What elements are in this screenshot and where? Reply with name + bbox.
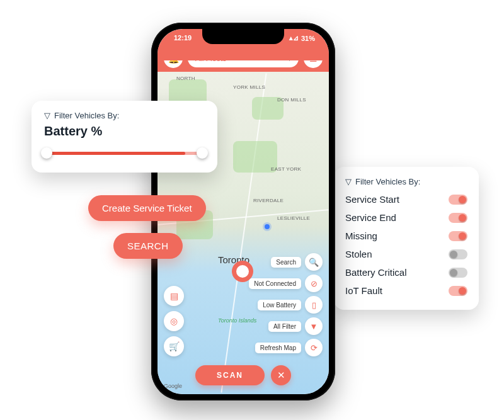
- toggle-row-service-start: Service Start: [345, 190, 467, 208]
- toggle-switch-missing[interactable]: [449, 231, 467, 241]
- map-area-label: EAST YORK: [271, 166, 301, 172]
- all-filter-fab[interactable]: ▼: [305, 317, 323, 335]
- map-area-label: YORK MILLS: [233, 84, 265, 90]
- create-service-ticket-button[interactable]: Create Service Ticket: [88, 195, 206, 221]
- bike-icon: [238, 266, 248, 276]
- filter-heading: ▽ Filter Vehicles By:: [345, 177, 467, 186]
- left-fab-column: ▤ ◎ 🛒: [164, 286, 184, 356]
- funnel-icon: ▼: [310, 322, 318, 331]
- filter-heading-text: Filter Vehicles By:: [355, 177, 420, 186]
- toggle-row-iot-fault: IoT Fault: [345, 281, 467, 300]
- all-filter-chip[interactable]: All Filter: [268, 321, 301, 332]
- layers-button[interactable]: ▤: [164, 286, 184, 306]
- low-battery-chip[interactable]: Low Battery: [258, 300, 301, 310]
- slider-thumb-min[interactable]: [41, 147, 52, 159]
- scan-button[interactable]: SCAN: [195, 365, 265, 385]
- toggle-row-stolen: Stolen: [345, 245, 467, 263]
- battery-slider[interactable]: [44, 147, 205, 159]
- not-connected-fab[interactable]: ⊘: [305, 275, 323, 292]
- slider-thumb-max[interactable]: [197, 147, 208, 159]
- search-chip[interactable]: Search: [271, 257, 301, 268]
- toggle-switch-stolen[interactable]: [449, 249, 467, 259]
- toggle-row-missing: Missing: [345, 227, 467, 245]
- user-location-dot: [265, 224, 270, 229]
- toggle-label: Missing: [345, 230, 377, 241]
- toggle-row-battery-critical: Battery Critical: [345, 263, 467, 281]
- quick-filter-column: Search 🔍 Not Connected ⊘ Low Battery ▯ A…: [249, 253, 323, 356]
- toggle-switch-battery-critical[interactable]: [449, 268, 467, 278]
- toggle-label: Battery Critical: [345, 267, 407, 278]
- filter-heading: ▽ Filter Vehicles By:: [44, 111, 205, 120]
- signal-icon: ▴⊿: [289, 34, 299, 42]
- toggle-label: Stolen: [345, 249, 372, 259]
- map-area-label: RIVERDALE: [253, 198, 284, 203]
- crosshair-icon: ◎: [170, 316, 178, 326]
- battery-title: Battery %: [44, 124, 205, 139]
- map-area-label: DON MILLS: [277, 97, 306, 103]
- search-fab[interactable]: 🔍: [305, 253, 323, 271]
- toggle-row-service-end: Service End: [345, 208, 467, 227]
- low-battery-fab[interactable]: ▯: [305, 296, 323, 314]
- cart-button[interactable]: 🛒: [164, 336, 184, 356]
- close-icon: ✕: [277, 370, 285, 381]
- refresh-icon: ⟳: [311, 343, 318, 353]
- toggle-switch-iot-fault[interactable]: [449, 286, 467, 296]
- shopping-cart-icon: 🛒: [169, 341, 180, 351]
- filter-heading-text: Filter Vehicles By:: [54, 111, 119, 120]
- search-icon: 🔍: [309, 258, 319, 267]
- svg-point-0: [238, 272, 241, 275]
- close-button[interactable]: ✕: [271, 365, 291, 385]
- notch: [202, 29, 284, 44]
- wifi-off-icon: ⊘: [311, 279, 318, 288]
- filter-toggles-panel: ▽ Filter Vehicles By: Service Start Serv…: [334, 167, 479, 310]
- toggle-label: IoT Fault: [345, 285, 382, 296]
- filter-icon: ▽: [44, 111, 50, 120]
- map-area-label: NORTH: [176, 76, 195, 81]
- locate-button[interactable]: ◎: [164, 311, 184, 331]
- battery-icon: ▯: [312, 300, 316, 310]
- map-area-label: LESLIEVILLE: [277, 215, 310, 221]
- search-button[interactable]: SEARCH: [113, 233, 183, 259]
- layers-icon: ▤: [170, 291, 178, 301]
- refresh-map-chip[interactable]: Refresh Map: [255, 343, 301, 353]
- refresh-map-fab[interactable]: ⟳: [305, 339, 323, 356]
- battery-filter-panel: ▽ Filter Vehicles By: Battery %: [32, 101, 217, 173]
- svg-point-1: [243, 272, 246, 275]
- toggle-label: Service Start: [345, 194, 399, 205]
- slider-fill: [44, 152, 185, 155]
- filter-icon: ▽: [345, 177, 352, 186]
- toggle-switch-service-end[interactable]: [449, 213, 467, 223]
- not-connected-chip[interactable]: Not Connected: [249, 278, 301, 289]
- bottom-action-row: SCAN ✕: [158, 365, 329, 385]
- toggle-switch-service-start[interactable]: [449, 195, 467, 205]
- status-battery: 31%: [301, 35, 315, 42]
- status-time: 12:19: [174, 34, 192, 42]
- toggle-label: Service End: [345, 212, 396, 223]
